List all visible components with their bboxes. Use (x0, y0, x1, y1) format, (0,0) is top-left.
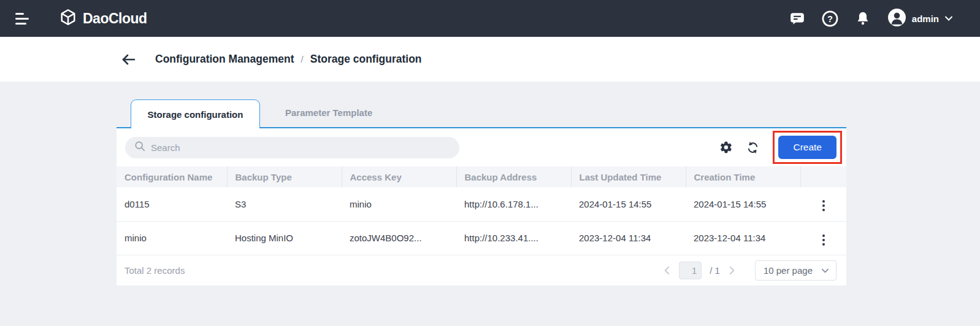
breadcrumb-separator: / (301, 54, 304, 64)
cell-access-key: zotoJW4B0O92... (342, 221, 456, 255)
row-actions-kebab-icon[interactable] (817, 232, 830, 248)
cell-creation-time: 2023-12-04 11:34 (686, 221, 800, 255)
cell-backup-type: S3 (227, 187, 342, 221)
cell-backup-type: Hosting MinIO (227, 221, 342, 255)
cell-backup-address: http://10.233.41.... (456, 221, 571, 255)
total-records-label: Total 2 records (124, 265, 185, 276)
page-total-label: / 1 (710, 265, 720, 276)
breadcrumb-item-storage-configuration[interactable]: Storage configuration (310, 53, 422, 66)
svg-text:?: ? (827, 14, 833, 23)
table-footer: Total 2 records / 1 10 per page (117, 255, 846, 285)
refresh-icon[interactable] (746, 141, 760, 155)
column-header-backup-address: Backup Address (456, 166, 571, 187)
daocloud-logo[interactable]: DaoCloud (59, 8, 147, 29)
cell-creation-time: 2024-01-15 14:55 (686, 187, 800, 221)
next-page-icon[interactable] (728, 266, 736, 275)
cell-access-key: minio (342, 187, 456, 221)
previous-page-icon[interactable] (663, 266, 671, 275)
table-row: minio Hosting MinIO zotoJW4B0O92... http… (117, 221, 846, 255)
user-name: admin (912, 14, 939, 24)
breadcrumb-bar: Configuration Management / Storage confi… (0, 37, 980, 82)
page-size-select[interactable]: 10 per page (755, 260, 836, 281)
toolbar-actions: Create (719, 131, 838, 164)
page-number-input[interactable] (679, 262, 702, 279)
back-arrow-icon[interactable] (121, 53, 136, 66)
chevron-down-icon (821, 265, 829, 276)
hamburger-menu-icon[interactable] (15, 13, 29, 25)
cell-configuration-name: d0115 (117, 187, 227, 221)
help-icon[interactable]: ? (822, 10, 838, 27)
table-header-row: Configuration Name Backup Type Access Ke… (117, 166, 846, 187)
cell-configuration-name: minio (117, 221, 227, 255)
column-header-last-updated-time: Last Updated Time (571, 166, 686, 187)
annotation-highlight-box: Create (773, 131, 842, 164)
breadcrumb-item-configuration-management[interactable]: Configuration Management (155, 53, 294, 66)
page-size-value: 10 per page (764, 265, 813, 276)
user-menu[interactable]: admin (887, 8, 953, 29)
storage-config-table: Configuration Name Backup Type Access Ke… (117, 166, 846, 255)
search-input[interactable] (151, 142, 450, 153)
chevron-down-icon (944, 13, 953, 24)
column-header-creation-time: Creation Time (686, 166, 800, 187)
tab-storage-configuration[interactable]: Storage configuration (131, 99, 260, 128)
tab-bar: Storage configuration Parameter Template (131, 98, 980, 127)
column-header-actions (800, 166, 846, 187)
brand-name: DaoCloud (83, 10, 147, 27)
top-navbar: DaoCloud ? (0, 0, 980, 37)
cell-backup-address: http://10.6.178.1... (456, 187, 571, 221)
create-button[interactable]: Create (778, 136, 836, 159)
search-icon (134, 141, 145, 154)
daocloud-cube-icon (59, 8, 77, 29)
column-header-configuration-name: Configuration Name (117, 166, 227, 187)
table-toolbar: Create (117, 128, 846, 166)
row-actions-kebab-icon[interactable] (817, 198, 830, 214)
avatar (887, 8, 906, 29)
pagination: / 1 10 per page (663, 260, 836, 281)
storage-configuration-panel: Create Configuration Name Backup Type Ac… (117, 127, 846, 285)
column-header-backup-type: Backup Type (227, 166, 342, 187)
cell-last-updated-time: 2024-01-15 14:55 (571, 187, 686, 221)
bell-icon[interactable] (855, 10, 871, 26)
breadcrumb: Configuration Management / Storage confi… (155, 53, 422, 66)
chat-icon[interactable] (789, 10, 805, 26)
search-box[interactable] (125, 137, 459, 158)
tab-parameter-template[interactable]: Parameter Template (260, 98, 397, 127)
table-row: d0115 S3 minio http://10.6.178.1... 2024… (117, 187, 846, 221)
gear-icon[interactable] (719, 141, 733, 154)
navbar-right: ? admin (789, 8, 953, 29)
cell-last-updated-time: 2023-12-04 11:34 (571, 221, 686, 255)
column-header-access-key: Access Key (342, 166, 456, 187)
